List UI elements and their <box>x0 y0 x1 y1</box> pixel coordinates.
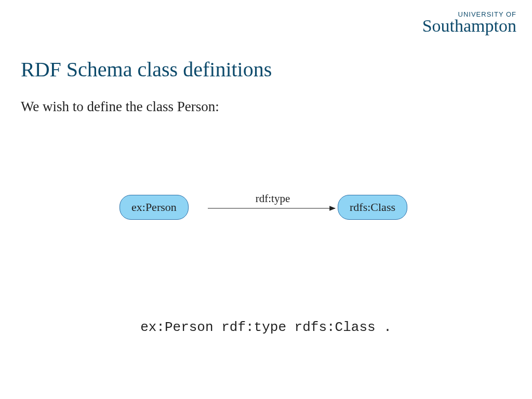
rdf-diagram: ex:Person rdf:type rdfs:Class <box>119 195 189 220</box>
slide-title: RDF Schema class definitions <box>21 57 272 82</box>
slide: UNIVERSITY OF Southampton RDF Schema cla… <box>0 0 532 399</box>
logo-name: Southampton <box>422 18 516 34</box>
university-logo: UNIVERSITY OF Southampton <box>422 10 516 34</box>
node-subject: ex:Person <box>119 195 189 220</box>
edge-label: rdf:type <box>208 192 338 205</box>
arrow-icon <box>208 206 338 211</box>
node-object: rdfs:Class <box>338 195 407 220</box>
body-text: We wish to define the class Person: <box>21 99 219 115</box>
edge: rdf:type <box>208 206 338 211</box>
code-line: ex:Person rdf:type rdfs:Class . <box>0 320 532 335</box>
